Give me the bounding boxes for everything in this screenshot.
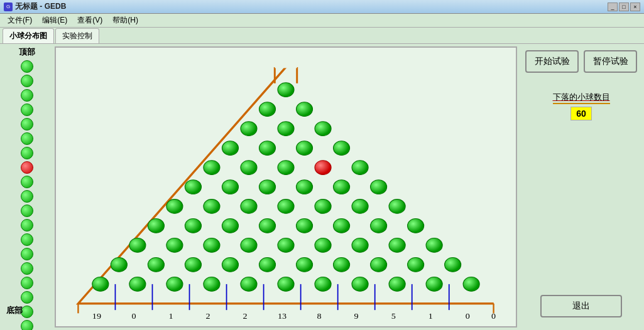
svg-point-37 [371,180,387,194]
close-btn[interactable]: × [630,3,640,11]
triangle-area: 19 0 1 2 2 13 8 9 5 1 0 0 [55,46,517,327]
svg-point-52 [408,219,424,233]
svg-point-63 [148,258,164,272]
svg-point-59 [352,238,368,253]
svg-point-71 [445,258,461,272]
svg-text:19: 19 [92,311,102,320]
svg-point-61 [426,238,442,253]
side-ball [21,147,33,159]
svg-point-46 [185,219,201,233]
tab-bar: 小球分布图 实验控制 [0,28,644,44]
info-box: 下落的小球数目 60 [553,92,610,120]
svg-point-31 [352,161,368,175]
side-ball [21,89,33,102]
svg-point-79 [352,277,368,292]
pause-btn[interactable]: 暂停试验 [584,50,637,73]
svg-point-47 [222,219,238,233]
svg-point-44 [389,200,405,214]
tab-control[interactable]: 实验控制 [55,28,99,43]
side-ball [21,320,33,330]
svg-point-78 [315,277,331,292]
svg-text:0: 0 [491,311,496,320]
side-ball [21,161,33,174]
side-ball [21,219,33,232]
window-title: 无标题 - GEDB [15,1,608,12]
svg-point-81 [426,277,442,292]
svg-text:0: 0 [466,311,470,320]
svg-point-65 [222,258,238,272]
svg-text:5: 5 [391,311,396,320]
side-ball [21,291,33,304]
svg-point-67 [297,258,313,272]
menu-edit[interactable]: 编辑(E) [37,14,72,27]
svg-point-70 [408,258,424,272]
svg-point-29 [278,161,294,175]
svg-point-51 [371,219,387,233]
svg-text:8: 8 [317,311,322,320]
svg-text:9: 9 [354,311,359,320]
menu-view[interactable]: 查看(V) [72,14,107,27]
svg-text:2: 2 [243,311,248,320]
svg-point-38 [166,200,183,214]
action-buttons: 开始试验 暂停试验 [523,50,639,73]
svg-point-41 [278,200,294,214]
svg-point-18 [259,102,275,117]
side-ball [21,262,33,275]
svg-point-82 [463,277,479,292]
triangle-svg: 19 0 1 2 2 13 8 9 5 1 0 0 [56,48,516,326]
svg-point-68 [334,258,350,272]
svg-point-26 [334,141,350,156]
minimize-btn[interactable]: _ [608,3,618,11]
svg-point-57 [278,238,294,253]
svg-text:1: 1 [168,311,173,320]
svg-point-27 [204,161,220,175]
side-ball [21,190,33,203]
menu-help[interactable]: 帮助(H) [107,14,143,27]
svg-point-73 [129,277,146,292]
svg-point-53 [129,238,146,253]
bottom-label: 底部 [6,305,23,316]
side-ball [21,104,33,116]
svg-point-25 [297,141,313,156]
svg-point-24 [259,141,275,156]
menu-file[interactable]: 文件(F) [3,14,37,27]
main-content: 顶部 底部 [0,44,644,330]
side-ball [21,176,33,188]
svg-point-19 [297,102,313,117]
svg-point-40 [241,200,257,214]
svg-text:0: 0 [131,311,136,320]
svg-point-39 [204,200,220,214]
svg-point-55 [204,238,220,253]
svg-point-58 [315,238,331,253]
svg-point-74 [166,277,183,292]
side-ball [21,118,33,130]
app-icon: G [4,3,13,11]
svg-point-20 [241,122,257,136]
svg-point-62 [111,258,127,272]
side-balls [21,60,33,330]
svg-point-66 [259,258,275,272]
start-btn[interactable]: 开始试验 [525,50,579,73]
side-ball [21,277,33,289]
side-ball [21,233,33,246]
svg-point-54 [166,238,183,253]
exit-btn[interactable]: 退出 [540,295,622,317]
svg-point-35 [297,180,313,194]
svg-point-42 [315,200,331,214]
svg-point-22 [315,122,331,136]
svg-point-72 [92,277,109,292]
side-ball [21,60,33,73]
svg-point-75 [204,277,220,292]
ball-count-label: 下落的小球数目 [553,92,610,104]
maximize-btn[interactable]: □ [619,3,629,11]
tab-distribution[interactable]: 小球分布图 [3,28,54,43]
window-controls[interactable]: _ □ × [608,3,640,11]
left-panel: 顶部 底部 [0,44,53,330]
svg-point-49 [297,219,313,233]
svg-text:1: 1 [428,311,433,320]
svg-point-28 [241,161,257,175]
svg-point-36 [334,180,350,194]
svg-point-21 [278,122,294,136]
svg-point-56 [241,238,257,253]
svg-point-30 [315,161,331,175]
